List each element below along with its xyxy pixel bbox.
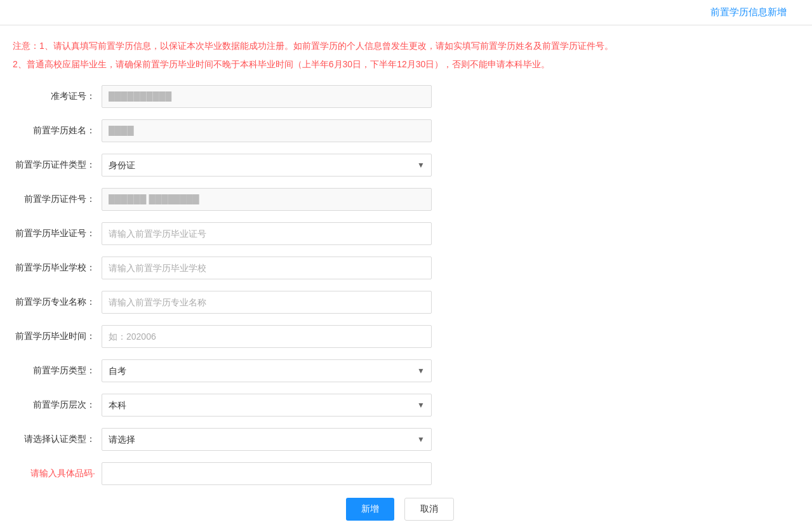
label-major: 前置学历专业名称： bbox=[13, 297, 102, 308]
header-bar: 前置学历信息新增 bbox=[0, 0, 812, 25]
form-row-cert-category: 请选择认证类型： 请选择 学信网认证 其他认证 ▼ bbox=[13, 428, 787, 451]
label-edu-level: 前置学历层次： bbox=[13, 399, 102, 411]
button-row: 新增 取消 bbox=[13, 498, 787, 521]
form-row-name: 前置学历姓名： bbox=[13, 119, 787, 142]
select-wrapper-edu-level: 本科 专科 其他 ▼ bbox=[102, 394, 432, 417]
form-row-cert-no: 前置学历证件号： bbox=[13, 188, 787, 211]
notice-line2-text: 2、普通高校应届毕业生，请确保前置学历毕业时间不晚于本科毕业时间（上半年6月30… bbox=[13, 59, 550, 69]
input-code[interactable] bbox=[102, 462, 432, 485]
form-row-school: 前置学历毕业学校： bbox=[13, 257, 787, 279]
label-cert-type: 前置学历证件类型： bbox=[13, 159, 102, 171]
label-school: 前置学历毕业学校： bbox=[13, 262, 102, 274]
input-diploma-no[interactable] bbox=[102, 222, 432, 245]
form-row-major: 前置学历专业名称： bbox=[13, 291, 787, 314]
select-cert-category[interactable]: 请选择 学信网认证 其他认证 bbox=[102, 429, 431, 450]
cancel-button[interactable]: 取消 bbox=[404, 498, 454, 521]
input-cert-no[interactable] bbox=[102, 188, 432, 211]
label-zkzh: 准考证号： bbox=[13, 91, 102, 102]
content-area: 注意：1、请认真填写前置学历信息，以保证本次毕业数据能成功注册。如前置学历的个人… bbox=[0, 25, 812, 527]
form-row-edu-type: 前置学历类型： 自考 普通高校 成人高校 其他 ▼ bbox=[13, 359, 787, 382]
form-row-zkzh: 准考证号： bbox=[13, 85, 787, 108]
label-code: 请输入具体品码· bbox=[13, 468, 102, 479]
select-wrapper-edu-type: 自考 普通高校 成人高校 其他 ▼ bbox=[102, 359, 432, 382]
page-title: 前置学历信息新增 bbox=[710, 6, 787, 17]
notice-line1: 注意：1、请认真填写前置学历信息，以保证本次毕业数据能成功注册。如前置学历的个人… bbox=[13, 38, 787, 54]
form-row-diploma-no: 前置学历毕业证号： bbox=[13, 222, 787, 245]
form-row-grad-time: 前置学历毕业时间： bbox=[13, 325, 787, 348]
form-row-edu-level: 前置学历层次： 本科 专科 其他 ▼ bbox=[13, 394, 787, 417]
select-cert-type[interactable]: 身份证 护照 其他 bbox=[102, 154, 431, 176]
form-row-cert-type: 前置学历证件类型： 身份证 护照 其他 ▼ bbox=[13, 154, 787, 177]
notice-line2: 2、普通高校应届毕业生，请确保前置学历毕业时间不晚于本科毕业时间（上半年6月30… bbox=[13, 57, 787, 72]
add-button[interactable]: 新增 bbox=[346, 498, 394, 521]
label-cert-category: 请选择认证类型： bbox=[13, 434, 102, 445]
select-edu-type[interactable]: 自考 普通高校 成人高校 其他 bbox=[102, 360, 431, 382]
input-name[interactable] bbox=[102, 119, 432, 142]
label-cert-no: 前置学历证件号： bbox=[13, 194, 102, 205]
input-major[interactable] bbox=[102, 291, 432, 314]
label-name: 前置学历姓名： bbox=[13, 125, 102, 137]
notice-line1-text: 注意：1、请认真填写前置学历信息，以保证本次毕业数据能成功注册。如前置学历的个人… bbox=[13, 41, 613, 51]
label-edu-type: 前置学历类型： bbox=[13, 365, 102, 377]
label-grad-time: 前置学历毕业时间： bbox=[13, 331, 102, 342]
notice-block: 注意：1、请认真填写前置学历信息，以保证本次毕业数据能成功注册。如前置学历的个人… bbox=[13, 38, 787, 72]
select-wrapper-cert-type: 身份证 护照 其他 ▼ bbox=[102, 154, 432, 177]
form-area: 准考证号： 前置学历姓名： 前置学历证件类型： 身份证 护照 其他 ▼ bbox=[13, 85, 787, 521]
input-grad-time[interactable] bbox=[102, 325, 432, 348]
input-school[interactable] bbox=[102, 257, 432, 279]
label-diploma-no: 前置学历毕业证号： bbox=[13, 228, 102, 239]
form-row-code: 请输入具体品码· bbox=[13, 462, 787, 485]
select-wrapper-cert-category: 请选择 学信网认证 其他认证 ▼ bbox=[102, 428, 432, 451]
page-container: 前置学历信息新增 注意：1、请认真填写前置学历信息，以保证本次毕业数据能成功注册… bbox=[0, 0, 812, 527]
select-edu-level[interactable]: 本科 专科 其他 bbox=[102, 394, 431, 416]
input-zkzh[interactable] bbox=[102, 85, 432, 108]
